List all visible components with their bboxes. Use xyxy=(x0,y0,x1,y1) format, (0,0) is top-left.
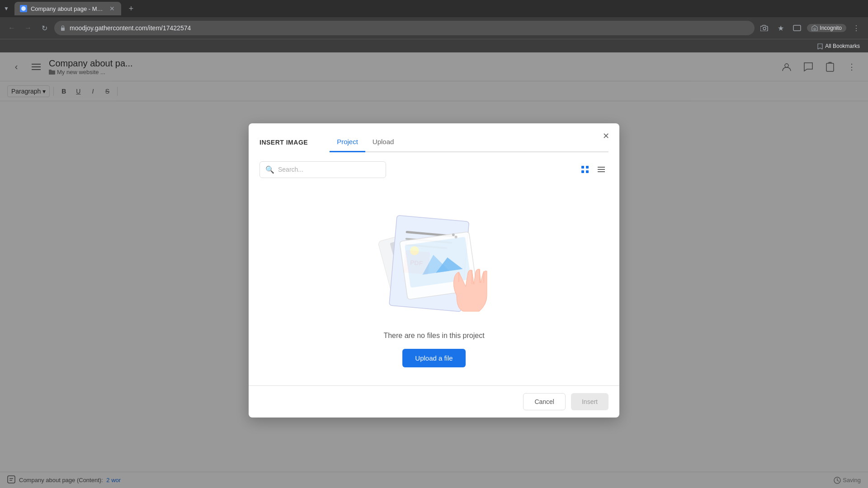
svg-rect-10 xyxy=(581,166,584,169)
tab-project[interactable]: Project xyxy=(330,132,365,152)
list-view-btn[interactable] xyxy=(594,162,609,177)
empty-illustration: T PDF xyxy=(353,196,515,323)
bookmarks-label: All Bookmarks xyxy=(825,43,860,49)
insert-image-modal: INSERT IMAGE Project Upload ✕ 🔍 xyxy=(249,123,619,418)
back-nav-btn[interactable]: ← xyxy=(5,22,18,34)
modal-close-btn[interactable]: ✕ xyxy=(599,130,612,142)
view-toggles xyxy=(578,162,609,177)
svg-rect-3 xyxy=(793,25,801,31)
svg-point-4 xyxy=(814,28,816,30)
browser-titlebar: ▼ Company about page - My ne... ✕ + xyxy=(0,0,868,17)
lock-icon xyxy=(60,25,66,31)
insert-btn[interactable]: Insert xyxy=(571,393,609,410)
search-container: 🔍 xyxy=(259,161,609,178)
svg-rect-11 xyxy=(586,166,589,169)
incognito-badge: Incognito xyxy=(807,24,846,32)
svg-rect-12 xyxy=(581,170,584,173)
url-text: moodjoy.gathercontent.com/item/17422574 xyxy=(70,24,749,32)
bookmarks-icon xyxy=(817,43,823,49)
star-icon[interactable]: ★ xyxy=(774,22,787,34)
svg-rect-1 xyxy=(61,28,65,31)
search-box[interactable]: 🔍 xyxy=(259,161,386,178)
search-input[interactable] xyxy=(278,166,380,173)
tab-close-btn[interactable]: ✕ xyxy=(108,5,116,12)
modal-tabs: Project Upload xyxy=(330,132,609,152)
tab-expand-btn[interactable]: ▼ xyxy=(4,5,9,12)
empty-state: T PDF xyxy=(259,187,609,376)
reload-btn[interactable]: ↻ xyxy=(38,22,51,34)
app-container: ‹ Company about pa... My new website ...… xyxy=(0,52,868,488)
modal-header: INSERT IMAGE Project Upload ✕ xyxy=(249,123,619,152)
browser-toolbar: ← → ↻ moodjoy.gathercontent.com/item/174… xyxy=(0,17,868,39)
camera-icon[interactable] xyxy=(758,22,771,34)
upload-file-btn[interactable]: Upload a file xyxy=(402,349,465,367)
tab-title: Company about page - My ne... xyxy=(31,5,103,12)
svg-point-0 xyxy=(21,6,26,11)
tab-favicon xyxy=(20,5,27,12)
svg-rect-13 xyxy=(586,170,589,173)
search-icon: 🔍 xyxy=(265,165,274,174)
new-tab-btn[interactable]: + xyxy=(125,2,137,15)
svg-point-2 xyxy=(763,27,766,30)
modal-footer: Cancel Insert xyxy=(249,385,619,418)
menu-icon[interactable]: ⋮ xyxy=(850,22,863,34)
address-bar[interactable]: moodjoy.gathercontent.com/item/17422574 xyxy=(54,21,755,35)
grid-view-btn[interactable] xyxy=(578,162,592,177)
incognito-icon xyxy=(811,25,818,31)
forward-nav-btn[interactable]: → xyxy=(22,22,34,34)
empty-state-text: There are no files in this project xyxy=(383,332,484,340)
bookmarks-bar: All Bookmarks xyxy=(0,39,868,52)
toolbar-actions: ★ Incognito ⋮ xyxy=(758,22,863,34)
modal-overlay: INSERT IMAGE Project Upload ✕ 🔍 xyxy=(0,52,868,488)
tab-upload[interactable]: Upload xyxy=(365,132,401,152)
incognito-label: Incognito xyxy=(820,25,842,31)
modal-body: 🔍 xyxy=(249,152,619,385)
active-tab[interactable]: Company about page - My ne... ✕ xyxy=(14,2,121,15)
modal-title: INSERT IMAGE xyxy=(259,139,308,146)
profile-icon[interactable] xyxy=(791,22,803,34)
all-bookmarks[interactable]: All Bookmarks xyxy=(814,43,863,49)
cancel-btn[interactable]: Cancel xyxy=(523,393,566,410)
